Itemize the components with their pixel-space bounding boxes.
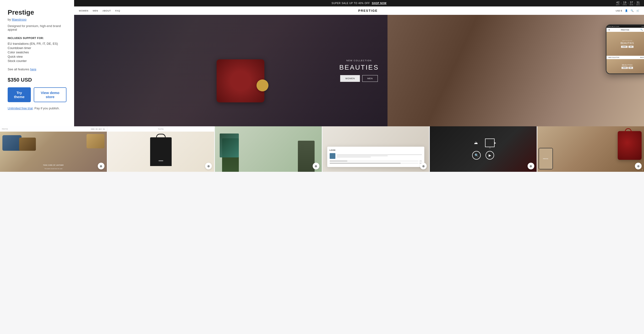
mobile-second-hero: BEAUTIES WOMEN MEN xyxy=(606,59,644,74)
theme-author: by Maestrooo xyxy=(8,18,66,21)
page-wrapper: Prestige by Maestrooo Designed for premi… xyxy=(0,0,644,334)
slider-track1 xyxy=(330,161,418,161)
author-link[interactable]: Maestrooo xyxy=(12,18,26,21)
thumbnail-2[interactable]: Road Map ⊕ xyxy=(107,126,214,172)
mobile-second-nav: NEW COLLECTION BEAUTIES xyxy=(606,56,644,59)
free-trial-link[interactable]: Unlimited free trial xyxy=(8,107,33,110)
popup-item-image xyxy=(330,153,336,159)
red-bag-handle xyxy=(625,128,632,133)
thumbnail-1[interactable]: PRESTIGE WOMENMENABOUTFAQ TAKE CARE OF L… xyxy=(0,126,107,172)
left-panel: Prestige by Maestrooo Designed for premi… xyxy=(0,0,74,126)
thumb5-body: ⛰ ▶ ••• 🔍 ▶ xyxy=(430,126,537,172)
nav-icons: USD $ 👤 🔍 🛒 xyxy=(616,9,639,12)
hero-women-button[interactable]: WOMEN xyxy=(340,75,360,82)
thumb1-text: The leather should never be used xyxy=(2,168,104,169)
mobile-logo: PRESTIGE xyxy=(621,29,629,31)
nav-links: WOMEN MEN ABOUT FAQ xyxy=(79,10,120,12)
mobile-second-women-btn[interactable]: WOMEN xyxy=(622,67,628,69)
thumbnail-6[interactable]: PRESTIGE $ ⊕ xyxy=(537,126,644,172)
slider-fill2 xyxy=(330,163,401,163)
user-icon[interactable]: 👤 xyxy=(625,9,628,12)
mobile-men-button[interactable]: MEN xyxy=(628,46,634,48)
thumb6-label: $ xyxy=(642,169,643,171)
thumb6-zoom-button[interactable]: ⊕ xyxy=(635,163,642,169)
mobile-second-hero-btns: WOMEN MEN xyxy=(622,67,633,69)
currency-selector[interactable]: USD $ xyxy=(616,10,622,12)
thumb6-mobile: PRESTIGE xyxy=(538,148,553,169)
thumbnail-3[interactable]: ⊕ xyxy=(214,126,322,172)
thumbnail-4[interactable]: LOOK xyxy=(322,126,429,172)
black-bag xyxy=(150,137,172,166)
mobile-announcement: SUPER SALE UP TO 40% 42:19:34:39 xyxy=(606,25,644,28)
hero-title: BEAUTIES xyxy=(339,64,379,71)
bag-handle xyxy=(156,134,166,137)
cart-icon[interactable]: 🛒 xyxy=(636,9,639,12)
slider-pct1: 20% xyxy=(420,160,422,162)
mobile-second-men-btn[interactable]: MEN xyxy=(628,67,633,69)
play-circle-icon: ▶ xyxy=(486,151,494,160)
nav-link-men[interactable]: MEN xyxy=(93,10,98,12)
store-preview-mockup: SUPER SALE UP TO 40% OFF SHOP NOW 42 DAY… xyxy=(74,0,644,126)
red-bag xyxy=(618,131,642,160)
mobile-nav-icons: 🔍 🛒 xyxy=(640,29,644,31)
thumb6-mobile-screen: PRESTIGE xyxy=(539,148,552,169)
slider-row1: 20% xyxy=(330,160,422,162)
slider-track2 xyxy=(330,163,418,163)
thumb5-content: ⛰ ▶ ••• 🔍 ▶ xyxy=(430,126,537,172)
mobile-burger-icon: ☰ xyxy=(608,29,610,31)
countdown-sep1: : xyxy=(621,1,622,6)
free-trial-text: Unlimited free trial. Pay if you publish… xyxy=(8,107,66,110)
mobile-women-button[interactable]: WOMEN xyxy=(621,46,628,48)
countdown-sep3: : xyxy=(634,1,635,6)
right-panel: SUPER SALE UP TO 40% OFF SHOP NOW 42 DAY… xyxy=(74,0,644,126)
slider-fill1 xyxy=(330,161,347,161)
view-demo-button[interactable]: View demo store xyxy=(34,87,66,102)
mobile-nav: ☰ PRESTIGE 🔍 🛒 xyxy=(606,28,644,32)
mobile-hero-text: NEW COLLECTION BEAUTIES WOMEN MEN xyxy=(620,40,634,48)
preview-container: SUPER SALE UP TO 40% OFF SHOP NOW 42 DAY… xyxy=(74,0,644,126)
mobile-mockup: SUPER SALE UP TO 40% 42:19:34:39 ☰ PREST… xyxy=(606,25,644,74)
mobile-search-icon: 🔍 xyxy=(640,29,643,31)
icon-grid: ⛰ ▶ ••• 🔍 ▶ xyxy=(472,126,494,172)
mobile-inner: SUPER SALE UP TO 40% 42:19:34:39 ☰ PREST… xyxy=(606,25,644,74)
thumb4-content: LOOK xyxy=(322,126,429,172)
thumb3-content xyxy=(215,126,322,172)
countdown-timer: 42 DAY : 19 HRS : 37 xyxy=(616,1,640,6)
top-section: Prestige by Maestrooo Designed for premi… xyxy=(0,0,644,126)
hero-men-button[interactable]: MEN xyxy=(362,75,378,82)
thumb2-zoom-button[interactable]: ⊕ xyxy=(205,163,212,169)
theme-title: Prestige xyxy=(8,9,66,16)
includes-label: INCLUDES SUPPORT FOR: xyxy=(8,37,66,40)
nav-link-about[interactable]: ABOUT xyxy=(102,10,111,12)
try-theme-button[interactable]: Try theme xyxy=(8,87,31,102)
mobile-second-hero-text: BEAUTIES WOMEN MEN xyxy=(622,64,633,69)
thumbnails-section: PRESTIGE WOMENMENABOUTFAQ TAKE CARE OF L… xyxy=(0,126,644,172)
thumb5-zoom-button[interactable]: ⊕ xyxy=(528,163,534,169)
nav-link-faq[interactable]: FAQ xyxy=(115,10,120,12)
countdown-sec: 31 SEC xyxy=(636,1,640,6)
nav-link-women[interactable]: WOMEN xyxy=(79,10,88,12)
thumb1-nav: PRESTIGE WOMENMENABOUTFAQ xyxy=(0,126,107,132)
theme-price: $350 USD xyxy=(8,77,66,83)
see-all-features: See all features here xyxy=(8,68,66,71)
popup-slider: 20% 80% xyxy=(330,160,422,164)
icon-row1: ⛰ ▶ ••• xyxy=(472,139,494,147)
search-icon[interactable]: 🔍 xyxy=(630,9,634,12)
feature-item: EU translations (EN, FR, IT, DE, ES) xyxy=(8,42,66,46)
mobile-hero-title: BEAUTIES xyxy=(620,42,634,45)
desktop-store-mockup: SUPER SALE UP TO 40% OFF SHOP NOW 42 DAY… xyxy=(74,0,644,126)
thumb3-zoom-button[interactable]: ⊕ xyxy=(313,163,319,169)
announcement-text: SUPER SALE UP TO 40% OFF xyxy=(332,2,370,5)
thumb1-zoom-button[interactable]: ⊕ xyxy=(98,163,104,169)
thumbnail-5[interactable]: ⛰ ▶ ••• 🔍 ▶ ⊕ xyxy=(429,126,537,172)
popup-line2 xyxy=(337,156,388,156)
thumb1-body: TAKE CARE OF LEATHER The leather should … xyxy=(0,132,107,172)
mobile-hero: NEW COLLECTION BEAUTIES WOMEN MEN xyxy=(606,32,644,56)
thumb4-zoom-button[interactable]: ⊕ xyxy=(420,163,427,169)
mountain-icon: ⛰ xyxy=(472,139,480,147)
features-link[interactable]: here xyxy=(30,68,36,71)
shop-now-link[interactable]: SHOP NOW xyxy=(372,2,386,5)
arrow-icon: ▶ xyxy=(494,142,496,144)
thumb6-body: PRESTIGE $ xyxy=(538,126,644,172)
frame-icon: ▶ ••• xyxy=(485,139,494,147)
